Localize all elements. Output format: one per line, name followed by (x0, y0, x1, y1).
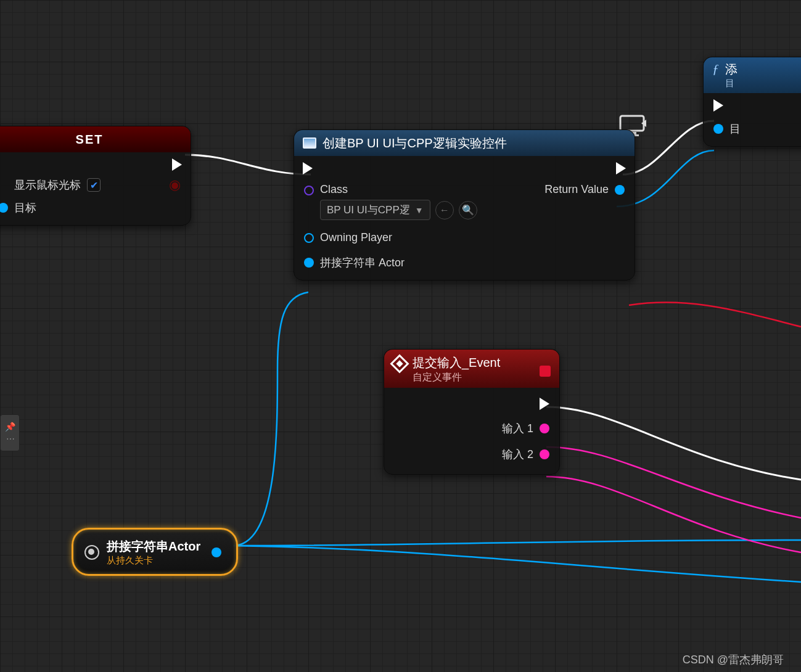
sidebar-handle[interactable]: 📌 ⋯ (0, 414, 20, 451)
actor-input-pin[interactable] (304, 258, 314, 268)
exec-out-pin[interactable] (540, 398, 549, 410)
eye-icon[interactable]: ◉ (169, 177, 181, 193)
var-subtitle: 从持久关卡 (107, 555, 200, 567)
exec-in-pin[interactable] (713, 99, 723, 112)
exec-out-pin[interactable] (616, 162, 626, 174)
event-title: 提交输入_Event (413, 354, 533, 371)
owning-player-pin[interactable] (304, 233, 314, 243)
node-create-widget[interactable]: 创建BP UI UI与CPP逻辑实验控件 Class BP UI UI与CPP逻… (294, 129, 635, 281)
node-set[interactable]: SET 显示鼠标光标 ✔ ◉ 目标 (0, 126, 191, 226)
var-out-pin[interactable] (212, 547, 221, 557)
node-variable-getter[interactable]: 拼接字符串Actor 从持久关卡 (72, 528, 238, 576)
func-title: 添 (725, 61, 737, 78)
show-cursor-label: 显示鼠标光标 (14, 178, 81, 192)
actor-ref-icon (84, 545, 99, 560)
widget-icon (303, 137, 316, 149)
show-cursor-checkbox[interactable]: ✔ (87, 178, 101, 192)
svg-rect-0 (620, 116, 644, 131)
input1-label: 输入 1 (502, 421, 533, 436)
class-label: Class (320, 183, 477, 196)
create-title: 创建BP UI UI与CPP逻辑实验控件 (322, 135, 507, 152)
var-title: 拼接字符串Actor (107, 538, 200, 555)
input2-pin[interactable] (540, 449, 549, 459)
exec-out-pin[interactable] (172, 158, 182, 171)
event-subtitle: 自定义事件 (413, 371, 533, 384)
input2-label: 输入 2 (502, 447, 533, 462)
class-pin[interactable] (304, 186, 314, 195)
nav-back-icon[interactable]: ← (435, 201, 454, 219)
event-diamond-icon (390, 354, 409, 373)
func-target-label: 目 (729, 121, 741, 136)
function-icon: ƒ (712, 61, 719, 77)
owning-player-label: Owning Player (320, 231, 392, 244)
input1-pin[interactable] (540, 424, 549, 433)
set-title: SET (0, 126, 191, 152)
search-icon[interactable]: 🔍 (459, 201, 477, 219)
watermark: CSDN @雷杰弗朗哥 (683, 652, 784, 667)
target-pin[interactable] (713, 124, 723, 134)
pin-icon: 📌 (5, 422, 15, 432)
class-value: BP UI UI与CPP逻 (327, 203, 410, 217)
node-custom-event[interactable]: 提交输入_Event 自定义事件 输入 1 输入 2 (384, 349, 560, 475)
target-label: 目标 (14, 200, 36, 215)
create-header: 创建BP UI UI与CPP逻辑实验控件 (294, 130, 635, 156)
func-subtitle: 目 (725, 78, 737, 89)
node-function[interactable]: ƒ 添 目 目 (703, 57, 801, 147)
target-pin[interactable] (0, 203, 8, 213)
return-pin[interactable] (615, 185, 625, 195)
chevron-down-icon: ▼ (415, 205, 424, 215)
class-dropdown[interactable]: BP UI UI与CPP逻 ▼ (320, 200, 430, 220)
return-label: Return Value (544, 183, 609, 196)
delegate-pin[interactable] (540, 366, 551, 377)
exec-in-pin[interactable] (303, 162, 313, 174)
actor-input-label: 拼接字符串 Actor (320, 255, 405, 270)
